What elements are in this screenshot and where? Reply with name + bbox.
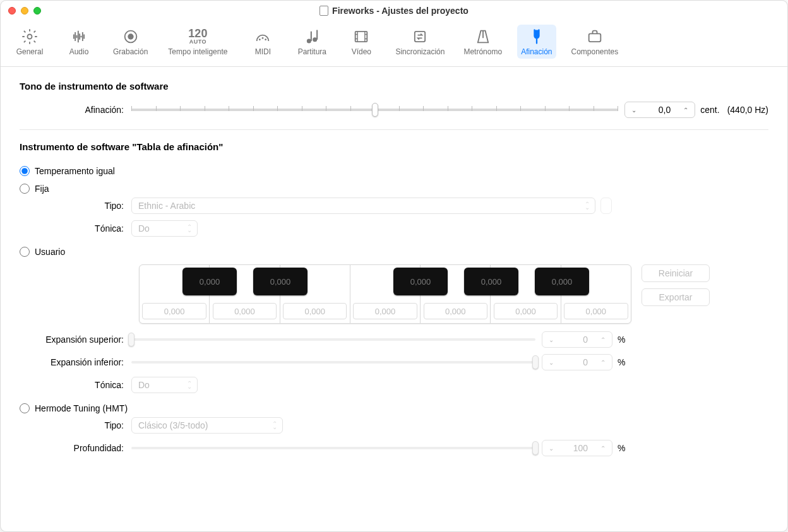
tonic-label: Tónica: [20, 223, 131, 233]
black-key-value: 0,000 [410, 277, 431, 287]
tab-label: Audio [69, 47, 89, 56]
project-settings-window: Fireworks - Ajustes del proyecto General… [0, 0, 788, 532]
stepper-down-icon[interactable]: ⌄ [625, 107, 643, 114]
tab-label: Sincronización [395, 47, 445, 56]
black-key[interactable]: 0,000 [253, 268, 307, 295]
tune-frequency: (440,0 Hz) [727, 105, 768, 115]
divider [20, 129, 768, 130]
waveform-icon [69, 27, 88, 46]
hm-type-value: Clásico (3/5-todo) [138, 420, 208, 430]
tab-components[interactable]: Componentes [568, 25, 623, 59]
black-key[interactable]: 0,000 [535, 268, 589, 295]
tab-label: Afinación [521, 47, 552, 56]
tonic-value: Do [138, 223, 150, 233]
radio-equal-input[interactable] [20, 166, 30, 176]
radio-hermode[interactable]: Hermode Tuning (HMT) [20, 399, 768, 417]
stepper-up-icon[interactable]: ⌃ [594, 445, 612, 452]
depth-slider[interactable] [131, 441, 535, 455]
content-area: Tono de instrumento de software Afinació… [1, 67, 787, 476]
black-key[interactable]: 0,000 [464, 268, 518, 295]
tune-label: Afinación: [20, 105, 131, 115]
radio-hermode-label: Hermode Tuning (HMT) [35, 403, 128, 413]
radio-fixed[interactable]: Fija [20, 180, 768, 198]
upper-stretch-slider[interactable] [131, 333, 535, 346]
type-aux-button[interactable] [600, 198, 612, 214]
stepper-up-icon[interactable]: ⌃ [594, 336, 612, 343]
record-icon [121, 27, 140, 46]
white-key-value[interactable]: 0,000 [564, 303, 628, 319]
depth-stepper[interactable]: ⌄ 100 ⌃ [542, 440, 612, 456]
white-key-value[interactable]: 0,000 [142, 303, 206, 319]
upper-stretch-label: Expansión superior: [20, 334, 131, 345]
svg-rect-9 [415, 32, 425, 42]
export-button[interactable]: Exportar [642, 288, 710, 306]
notes-icon [302, 27, 321, 46]
tab-label: Metrónomo [463, 47, 502, 56]
tab-label: Partitura [298, 47, 326, 56]
document-icon [319, 6, 328, 16]
chevron-updown-icon: ⌃⌄ [187, 382, 192, 388]
depth-value: 100 [560, 443, 594, 453]
gear-icon [20, 27, 39, 46]
upper-stretch-stepper[interactable]: ⌄ 0 ⌃ [542, 331, 612, 348]
tune-stepper[interactable]: ⌄ 0,0 ⌃ [624, 102, 695, 118]
tab-score[interactable]: Partitura [293, 25, 331, 59]
upper-stretch-value: 0 [560, 334, 594, 345]
white-key-value[interactable]: 0,000 [494, 303, 558, 319]
radio-user-label: Usuario [35, 247, 65, 257]
tab-sync[interactable]: Sincronización [391, 25, 448, 59]
reset-button[interactable]: Reiniciar [642, 264, 710, 282]
percent-unit: % [618, 357, 625, 367]
stepper-down-icon[interactable]: ⌄ [542, 359, 560, 366]
type-label: Tipo: [20, 201, 131, 211]
type-select[interactable]: Ethnic - Arabic ⌃⌄ [131, 198, 595, 214]
radio-user[interactable]: Usuario [20, 243, 768, 261]
tempo-icon: 120 AUTO [188, 27, 207, 46]
tab-metronome[interactable]: Metrónomo [460, 25, 506, 59]
section-heading-tuning-table: Instrumento de software "Tabla de afinac… [20, 141, 768, 152]
tab-label: Grabación [113, 47, 148, 56]
stepper-down-icon[interactable]: ⌄ [542, 336, 560, 343]
black-key[interactable]: 0,000 [393, 268, 448, 295]
svg-point-2 [128, 33, 133, 39]
white-key-value[interactable]: 0,000 [213, 303, 277, 319]
white-key-value[interactable]: 0,000 [283, 303, 347, 319]
titlebar: Fireworks - Ajustes del proyecto [1, 1, 787, 21]
white-key-value[interactable]: 0,000 [424, 303, 487, 319]
radio-user-input[interactable] [20, 247, 30, 257]
stepper-up-icon[interactable]: ⌃ [594, 359, 612, 366]
tab-video[interactable]: Vídeo [342, 25, 380, 59]
tab-midi[interactable]: MIDI [244, 25, 282, 59]
tab-label: General [16, 47, 44, 56]
black-key[interactable]: 0,000 [182, 268, 237, 295]
tab-smart-tempo[interactable]: 120 AUTO Tempo inteligente [163, 25, 232, 59]
window-title: Fireworks - Ajustes del proyecto [1, 6, 787, 16]
lower-stretch-slider[interactable] [131, 355, 535, 369]
tab-tuning[interactable]: Afinación [517, 25, 556, 59]
tune-value: 0,0 [643, 105, 677, 115]
sync-icon [410, 27, 429, 46]
stepper-down-icon[interactable]: ⌄ [542, 445, 560, 452]
tonic-select[interactable]: Do ⌃⌄ [131, 220, 198, 237]
tab-audio[interactable]: Audio [60, 25, 98, 59]
black-key-value: 0,000 [270, 277, 291, 287]
lower-stretch-stepper[interactable]: ⌄ 0 ⌃ [542, 354, 612, 370]
chevron-updown-icon: ⌃⌄ [272, 422, 277, 429]
radio-equal-temperament[interactable]: Temperamento igual [20, 162, 768, 180]
tonic2-select[interactable]: Do ⌃⌄ [131, 377, 198, 393]
tonic2-value: Do [138, 380, 150, 390]
metronome-icon [474, 27, 492, 46]
svg-point-4 [259, 38, 261, 40]
radio-hermode-input[interactable] [20, 403, 30, 413]
tune-unit: cent. [700, 105, 719, 115]
depth-label: Profundidad: [20, 443, 131, 453]
radio-fixed-input[interactable] [20, 184, 30, 194]
tune-slider[interactable] [131, 103, 618, 117]
stepper-up-icon[interactable]: ⌃ [677, 107, 695, 114]
hm-type-select[interactable]: Clásico (3/5-todo) ⌃⌄ [131, 417, 283, 434]
tab-recording[interactable]: Grabación [109, 25, 152, 59]
piano-keyboard: 0,000 0,000 0,000 0,000 0,000 0,000 0,00… [139, 264, 631, 324]
white-key-value[interactable]: 0,000 [353, 303, 417, 319]
tab-general[interactable]: General [11, 25, 49, 59]
chevron-updown-icon: ⌃⌄ [585, 203, 590, 209]
